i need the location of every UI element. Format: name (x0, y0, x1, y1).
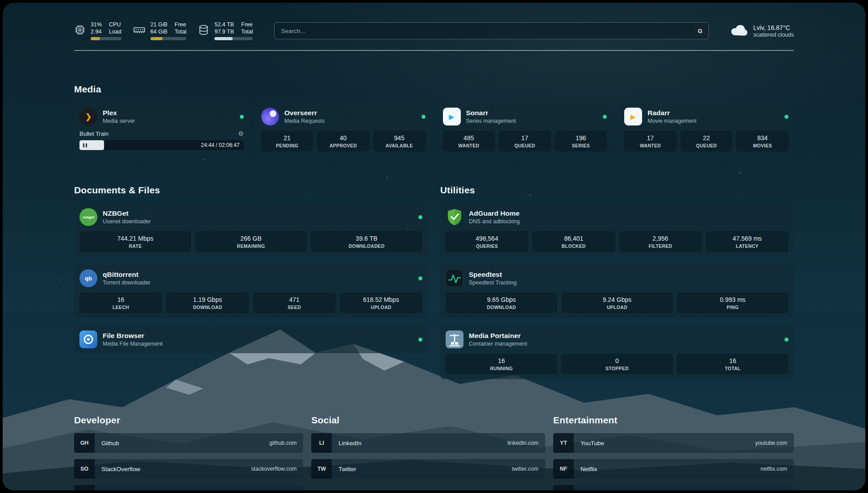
disk-free: 52.4 TB (214, 21, 234, 28)
stat-queries: 498,564QUERIES (446, 231, 528, 252)
status-dot (418, 338, 422, 342)
nzbget-icon: nzbget (79, 208, 97, 226)
stat-queued: 22QUEUED (680, 131, 733, 151)
bookmark-abbr: NF (553, 459, 574, 479)
pause-icon[interactable] (83, 143, 84, 147)
bookmark-twitter[interactable]: TW Twitter twitter.com (311, 459, 545, 479)
stat-upload: 9.24 GbpsUPLOAD (561, 292, 673, 313)
plex-time: 24:44 / 02:06:47 (201, 140, 240, 150)
stat-filtered: 2,956FILTERED (619, 231, 702, 252)
status-dot (418, 276, 422, 280)
plex-progress-fill (79, 140, 104, 150)
service-name: qBittorrent (103, 271, 150, 279)
disk-icon (198, 21, 209, 36)
service-name: Plex (103, 109, 135, 117)
disk-widget: 52.4 TB Free 97.9 TB Total (198, 21, 253, 40)
cpu-label-bottom: Load (109, 29, 121, 35)
service-description: Media server (103, 118, 135, 124)
cpu-progress-fill (91, 37, 100, 40)
bookmark-github[interactable]: GH Github github.com (74, 433, 303, 453)
search-bar: G (274, 22, 709, 39)
filebrowser-icon (79, 330, 97, 348)
bookmark-url: netflix.com (760, 466, 787, 472)
bookmark-url: linkedin.com (507, 440, 538, 446)
service-card-filebrowser[interactable]: File Browser Media File Management (74, 326, 428, 353)
section-title-entertainment: Entertainment (553, 415, 794, 426)
service-description: Media File Management (103, 341, 163, 347)
snow-specks (3, 3, 4, 4)
cpu-load: 2.94 (91, 29, 102, 35)
service-description: Usenet downloader (103, 218, 151, 225)
stat-blocked: 86,401BLOCKED (532, 231, 615, 252)
section-title-media: Media (74, 84, 794, 95)
bookmark-abbr: LI (311, 433, 332, 453)
bookmark-abbr: YT (553, 433, 574, 453)
stat-total: 16TOTAL (677, 354, 789, 374)
bookmark-dev[interactable]: DT DEV dev.to (74, 485, 303, 490)
service-card-radarr[interactable]: ▶ Radarr Movie management 17WANTED 22QUE… (619, 103, 794, 156)
bookmark-abbr: SO (74, 459, 95, 479)
plex-icon: ❯ (79, 108, 97, 125)
bookmark-name: YouTube (580, 440, 604, 447)
status-dot (421, 115, 426, 119)
service-card-speedtest[interactable]: Speedtest Speedtest Tracking 9.65 GbpsDO… (440, 264, 794, 318)
resource-widgets: 31% CPU 2.94 Load (74, 21, 253, 40)
stat-pending: 21PENDING (261, 131, 313, 151)
stat-rate: 744.21 MbpsRATE (79, 231, 191, 252)
memory-label-top: Free (175, 21, 186, 28)
disk-label-bottom: Total (241, 29, 253, 35)
status-dot (240, 115, 244, 119)
cpu-widget: 31% CPU 2.94 Load (74, 21, 121, 40)
stat-download: 9.65 GbpsDOWNLOAD (446, 292, 557, 313)
bookmark-netflix[interactable]: NF Netflix netflix.com (553, 459, 794, 479)
status-dot (603, 115, 607, 119)
bookmark-abbr: TW (311, 459, 332, 479)
service-description: DNS and adblocking (469, 218, 520, 225)
weather-location: Lviv, 16.87°C (753, 24, 794, 31)
service-description: Movie management (647, 118, 697, 124)
bookmark-reddit[interactable]: RE Reddit reddit.com (553, 485, 794, 490)
service-card-qbittorrent[interactable]: qb qBittorrent Torrent downloader 16LEEC… (74, 264, 428, 318)
stat-ping: 0.993 msPING (677, 292, 789, 313)
service-card-plex[interactable]: ❯ Plex Media server Bullet Train ⚙ (74, 103, 249, 156)
bookmark-name: LinkedIn (338, 440, 361, 447)
bookmark-name: StackOverflow (101, 466, 140, 472)
service-card-portainer[interactable]: Media Portainer Container management 16R… (440, 326, 794, 379)
plex-progress-bar[interactable]: 24:44 / 02:06:47 (79, 140, 244, 150)
service-name: File Browser (103, 332, 163, 340)
cloud-icon (730, 23, 748, 39)
service-name: Sonarr (466, 109, 516, 117)
section-title-developer: Developer (74, 415, 303, 426)
bookmark-linkedin[interactable]: LI LinkedIn linkedin.com (311, 433, 545, 453)
service-name: Speedtest (469, 271, 517, 279)
service-card-adguard[interactable]: AdGuard Home DNS and adblocking 498,564Q… (440, 203, 794, 257)
bookmark-stackoverflow[interactable]: SO StackOverflow stackoverflow.com (74, 459, 303, 479)
stat-wanted: 17WANTED (624, 131, 676, 151)
bookmark-abbr: RE (553, 485, 574, 490)
service-card-overseerr[interactable]: Overseerr Media Requests 21PENDING 40APP… (256, 103, 431, 156)
stat-latency: 47.569 msLATENCY (706, 231, 789, 252)
bookmark-name: Netflix (580, 466, 597, 472)
gear-icon[interactable]: ⚙ (238, 130, 244, 137)
memory-progress-track (150, 37, 187, 40)
service-card-nzbget[interactable]: nzbget NZBGet Usenet downloader 744.21 M… (74, 203, 428, 257)
dashboard-screen: 31% CPU 2.94 Load (3, 3, 865, 490)
memory-widget: 21 GiB Free 64 GiB Total (133, 21, 187, 40)
section-media: Media ❯ Plex Media server Bullet Train (74, 84, 794, 156)
stat-queued: 17QUEUED (499, 131, 551, 151)
disk-progress-track (214, 37, 253, 40)
section-utilities: Utilities AdGuard Home DNS and adblockin… (440, 185, 794, 379)
cpu-icon (74, 21, 86, 36)
top-bar: 31% CPU 2.94 Load (74, 21, 794, 40)
bookmark-youtube[interactable]: YT YouTube youtube.com (553, 433, 794, 453)
stat-stopped: 0STOPPED (561, 354, 673, 374)
disk-label-top: Free (241, 21, 253, 28)
search-provider-button[interactable]: G (694, 25, 706, 37)
service-description: Torrent downloader (103, 280, 150, 286)
service-name: Overseerr (284, 109, 325, 117)
service-name: NZBGet (103, 209, 151, 217)
disk-total: 97.9 TB (214, 29, 234, 35)
search-input[interactable] (274, 22, 709, 39)
service-card-sonarr[interactable]: ▶ Sonarr Series management 485WANTED 17Q… (438, 103, 613, 156)
stat-leech: 16LEECH (79, 292, 162, 313)
